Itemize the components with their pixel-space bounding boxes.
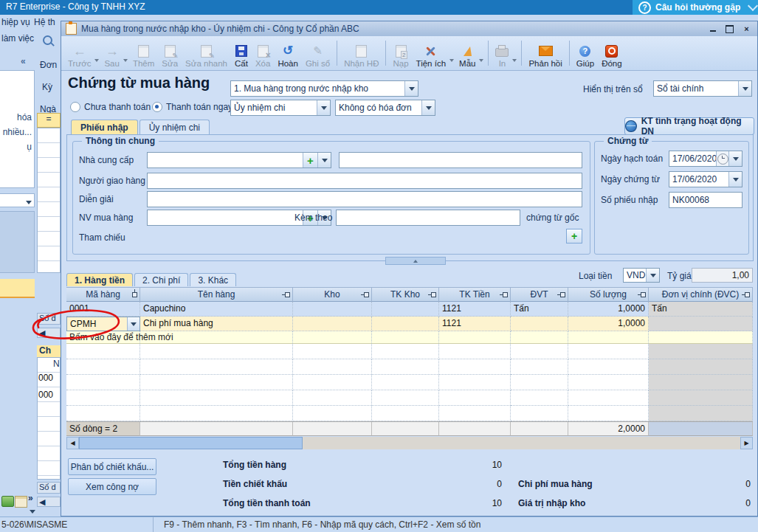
- close-button[interactable]: Đóng: [598, 38, 626, 69]
- add-new-row[interactable]: Bấm vào đây để thêm mới: [66, 331, 753, 344]
- column-header[interactable]: Tên hàng: [140, 287, 293, 302]
- bg-menu-nghiep-vu[interactable]: hiệp vụ: [1, 17, 30, 27]
- forward-button[interactable]: →Sau: [100, 38, 123, 69]
- add-new-icon[interactable]: +: [303, 153, 317, 167]
- bg-app-icon[interactable]: [1, 496, 14, 507]
- pin-icon[interactable]: [132, 292, 137, 297]
- tab-phieu-nhap[interactable]: Phiếu nhập: [71, 120, 138, 134]
- bg-more-arrow[interactable]: [30, 510, 35, 517]
- chevron-down-icon[interactable]: [728, 172, 742, 187]
- scroll-left-arrow[interactable]: ◀: [66, 437, 79, 449]
- reload-button[interactable]: Nạp: [389, 38, 412, 69]
- grid-row[interactable]: 0001 Capuchino 1121 Tấn 1,0000 Tấn: [66, 302, 753, 317]
- collapse-panel-button[interactable]: «: [21, 56, 26, 66]
- radio-pay-now[interactable]: Thanh toán ngay: [152, 102, 232, 112]
- receipt-number-input[interactable]: NK00068: [669, 192, 743, 208]
- back-dropdown-arrow[interactable]: [94, 59, 99, 64]
- forward-dropdown-arrow[interactable]: [123, 59, 128, 64]
- bg-list-item[interactable]: nhiều...: [3, 127, 32, 137]
- save-button[interactable]: Cất: [231, 38, 252, 69]
- deliverer-input[interactable]: [147, 173, 582, 189]
- currency-select[interactable]: VND: [623, 268, 660, 283]
- help-button[interactable]: ?Giúp: [573, 38, 598, 69]
- chevron-down-icon[interactable]: [421, 100, 435, 115]
- tab-khac[interactable]: 3. Khác: [190, 273, 236, 286]
- clock-icon[interactable]: [716, 151, 728, 166]
- payment-method-select[interactable]: Ủy nhiệm chi: [230, 100, 331, 116]
- attach-input[interactable]: [336, 210, 520, 226]
- chevron-down-icon[interactable]: [317, 153, 331, 167]
- chevron-down-icon[interactable]: [404, 81, 418, 96]
- maximize-button[interactable]: [723, 24, 736, 34]
- pin-icon[interactable]: [431, 292, 436, 297]
- description-input[interactable]: [147, 191, 582, 207]
- view-debt-button[interactable]: Xem công nợ: [68, 478, 156, 495]
- faq-button[interactable]: ? Câu hỏi thường gặp: [633, 0, 758, 15]
- column-header[interactable]: Kho: [293, 287, 372, 302]
- bg-scroll-left-2[interactable]: ◀: [37, 497, 61, 507]
- bg-scroll-left[interactable]: ◀: [37, 328, 61, 338]
- horizontal-scrollbar[interactable]: ◀ ▶: [66, 437, 753, 449]
- print-button[interactable]: In: [492, 38, 512, 69]
- column-header[interactable]: Đơn vị chính (ĐVC): [649, 287, 753, 302]
- delete-button[interactable]: Xóa: [252, 38, 274, 69]
- utilities-dropdown-arrow[interactable]: [449, 59, 454, 64]
- template-button[interactable]: Mẫu: [455, 38, 479, 69]
- check-business-status-button[interactable]: KT tình trạng hoạt động DN: [624, 117, 754, 135]
- pin-icon[interactable]: [503, 292, 508, 297]
- bg-list-item[interactable]: hóa: [17, 112, 32, 122]
- bg-dropdown[interactable]: [0, 193, 35, 207]
- scrollbar-track[interactable]: [303, 437, 740, 449]
- pin-icon[interactable]: [745, 292, 750, 297]
- invoice-status-select[interactable]: Không có hóa đơn: [335, 100, 435, 116]
- chevron-down-icon[interactable]: [646, 269, 659, 282]
- close-window-button[interactable]: ×: [740, 24, 753, 34]
- pin-icon[interactable]: [641, 292, 646, 297]
- receive-invoice-button[interactable]: Nhận HĐ: [340, 38, 382, 69]
- tab-chi-phi[interactable]: 2. Chi phí: [134, 273, 188, 286]
- search-icon[interactable]: [43, 35, 52, 45]
- tab-hang-tien[interactable]: 1. Hàng tiền: [66, 273, 133, 286]
- pin-icon[interactable]: [285, 292, 290, 297]
- column-header[interactable]: TK Tiền: [439, 287, 511, 302]
- add-button[interactable]: Thêm: [129, 38, 158, 69]
- bg-note-icon[interactable]: [15, 496, 27, 508]
- radio-not-paid[interactable]: Chưa thanh toán: [70, 102, 151, 112]
- posting-date-picker[interactable]: 17/06/2020: [669, 151, 743, 167]
- pin-icon[interactable]: [560, 292, 565, 297]
- column-header[interactable]: Mã hàng: [66, 287, 140, 302]
- book-select[interactable]: Sổ tài chính: [653, 80, 752, 97]
- bg-workspace-label[interactable]: làm việc: [1, 33, 34, 44]
- post-button[interactable]: ✎Ghi sổ: [302, 38, 334, 69]
- column-header[interactable]: TK Kho: [372, 287, 439, 302]
- grid-row-selected[interactable]: CPMH Chi phí mua hàng 1121 1,0000: [66, 317, 753, 331]
- pin-icon[interactable]: [364, 292, 369, 297]
- quick-edit-button[interactable]: Sửa nhanh: [182, 38, 231, 69]
- back-button[interactable]: ←Trước: [64, 38, 94, 69]
- chevron-down-icon[interactable]: [317, 100, 330, 115]
- splitter-collapse-button[interactable]: [385, 257, 446, 265]
- utilities-button[interactable]: Tiện ích: [413, 38, 449, 69]
- column-header[interactable]: ĐVT: [511, 287, 568, 302]
- document-date-picker[interactable]: 17/06/2020: [669, 171, 743, 187]
- tab-uy-nhiem-chi[interactable]: Ủy nhiệm chi: [139, 120, 210, 134]
- scrollbar-thumb[interactable]: [79, 437, 303, 449]
- minimize-button[interactable]: [706, 24, 719, 34]
- edit-button[interactable]: Sửa: [158, 38, 182, 69]
- template-dropdown-arrow[interactable]: [479, 59, 483, 64]
- purchase-type-select[interactable]: 1. Mua hàng trong nước nhập kho: [230, 80, 418, 97]
- column-header[interactable]: Số lượng: [568, 287, 649, 302]
- undo-button[interactable]: ↺Hoàn: [274, 38, 302, 69]
- feedback-button[interactable]: Phản hồi: [525, 38, 565, 69]
- bg-more-button[interactable]: »: [28, 493, 33, 503]
- chevron-down-icon[interactable]: [127, 317, 139, 331]
- supplier-name-input[interactable]: [339, 152, 582, 168]
- add-reference-button[interactable]: +: [566, 229, 582, 243]
- supplier-select[interactable]: +: [147, 152, 331, 168]
- allocate-discount-button[interactable]: Phân bổ chiết khấu...: [68, 458, 156, 475]
- bg-menu-he-thong[interactable]: Hệ th: [34, 17, 55, 27]
- scroll-right-arrow[interactable]: ▶: [740, 437, 753, 449]
- chevron-down-icon[interactable]: [738, 81, 751, 96]
- bg-list-item[interactable]: ụ: [27, 142, 32, 152]
- print-dropdown-arrow[interactable]: [512, 59, 517, 64]
